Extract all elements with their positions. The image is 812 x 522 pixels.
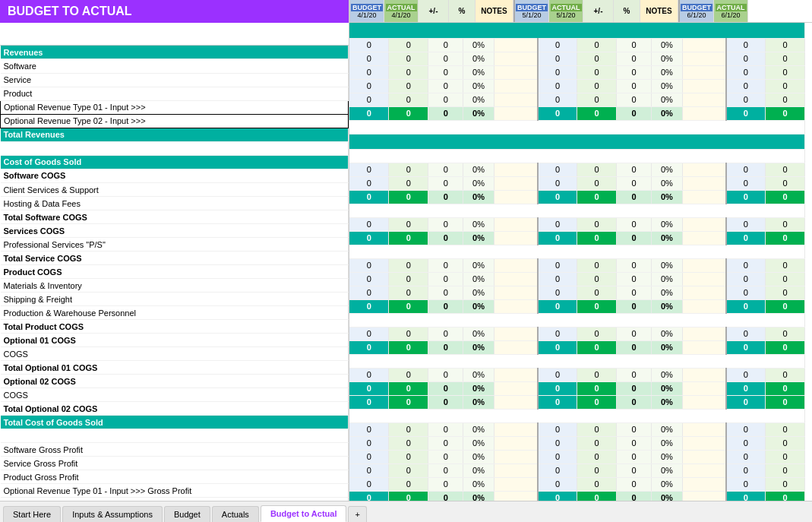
prod-data-row: 0000% 0000% 00 xyxy=(349,65,805,79)
total-revenues-row: Total Revenues xyxy=(1,128,349,141)
software-cogs-sub: Software COGS xyxy=(1,169,349,183)
revenues-section-header: Revenues xyxy=(1,46,349,59)
total-opt01-cogs-row: Total Optional 01 COGS xyxy=(1,361,349,375)
tab-actuals[interactable]: Actuals xyxy=(212,506,259,522)
prod2-data-row: 0000% 0000% 00 xyxy=(349,286,805,299)
opt02-rev-data-row: 0000% 0000% 00 xyxy=(349,93,805,106)
budget-header-3: BUDGET 6/1/20 xyxy=(680,0,714,22)
spacer-1 xyxy=(1,141,349,155)
actual-header-3: ACTUAL 6/1/20 xyxy=(714,0,748,22)
notes-header-2: NOTES xyxy=(640,0,678,22)
opt01-cogs-label: COGS xyxy=(1,347,349,361)
cogs-header-row: Cost of Goods Sold xyxy=(1,155,349,169)
prod-gp-row: Product Gross Profit xyxy=(1,470,349,484)
total-gp-data: 0000% 0000% 00 xyxy=(349,491,805,501)
opt-rev-01-row: Optional Revenue Type 01 - Input >>> xyxy=(1,100,349,114)
right-data-table: 0000% 0000% 00 0000% 0000% 00 0000% 0000… xyxy=(349,23,805,501)
add-tab-button[interactable]: + xyxy=(348,506,366,522)
total-opt01-cogs-data: 0000% 0000% 00 xyxy=(349,340,805,354)
total-opt02-cogs-label: Total Optional 02 COGS xyxy=(1,402,349,416)
col-group-2: BUDGET 5/1/20 ACTUAL 5/1/20 +/- % NOTES xyxy=(513,0,678,22)
total-opt01-cogs-label: Total Optional 01 COGS xyxy=(1,361,349,375)
cs-data-row: 0000% 0000% 00 xyxy=(349,163,805,176)
prod-gp-data-row: 0000% 0000% 00 xyxy=(349,450,805,463)
software-cogs-subheader: Software COGS xyxy=(1,169,349,183)
total-cogs-row: Total Cost of Goods Sold xyxy=(1,416,349,429)
tab-budget[interactable]: Budget xyxy=(164,506,210,522)
shipping-label: Shipping & Freight xyxy=(1,293,349,306)
column-headers: BUDGET 4/1/20 ACTUAL 4/1/20 +/- % NOTES … xyxy=(349,0,812,23)
opt01-cogs-row: COGS xyxy=(1,347,349,361)
svc-cogs-sub-right xyxy=(349,204,805,217)
product-cogs-sub: Product COGS xyxy=(1,265,349,279)
opt02-cogs-sub: Optional 02 COGS xyxy=(1,375,349,388)
opt01-cogs-sub: Optional 01 COGS xyxy=(1,334,349,347)
shipping-row: Shipping & Freight xyxy=(1,293,349,306)
opt01-cogs-data-row: 0000% 0000% 00 xyxy=(349,327,805,340)
svc-gp-data-row: 0000% 0000% 00 xyxy=(349,436,805,450)
services-cogs-subheader: Services COGS xyxy=(1,224,349,238)
total-revenues-label: Total Revenues xyxy=(1,128,349,141)
total-product-cogs-label: Total Product COGS xyxy=(1,320,349,334)
tab-budget-to-actual[interactable]: Budget to Actual xyxy=(261,505,347,522)
percent-header-1: % xyxy=(449,0,476,22)
production-label: Production & Warehouse Personnel xyxy=(1,306,349,320)
total-product-cogs-row: Total Product COGS xyxy=(1,320,349,334)
total-software-cogs-row: Total Software COGS xyxy=(1,210,349,224)
cogs-section-header: Cost of Goods Sold xyxy=(1,156,349,169)
total-rev-data-row: 0000% 0000% 00 xyxy=(349,106,805,120)
opt02-cogs-subheader: Optional 02 COGS xyxy=(1,375,349,388)
opt01-rev-data-row: 0000% 0000% 00 xyxy=(349,79,805,93)
left-panel: BUDGET TO ACTUAL Revenues Software Servi… xyxy=(0,0,349,501)
sw-data-row: 0000% 0000% 00 xyxy=(349,38,805,52)
hosting-row: Hosting & Data Fees xyxy=(1,197,349,210)
client-services-label: Client Services & Support xyxy=(1,183,349,197)
opt01-cogs-subheader: Optional 01 COGS xyxy=(1,334,349,347)
total-software-cogs-label: Total Software COGS xyxy=(1,210,349,224)
svc-gp-row: Service Gross Profit xyxy=(1,457,349,470)
services-cogs-sub: Services COGS xyxy=(1,224,349,238)
revenues-header-row: Revenues xyxy=(1,46,349,59)
total-opt02-cogs-row: Total Optional 02 COGS xyxy=(1,402,349,416)
opt02-cogs-row: COGS xyxy=(1,388,349,402)
left-data-table: Revenues Software Service Product Option… xyxy=(0,46,349,501)
tab-start-here[interactable]: Start Here xyxy=(3,506,61,522)
sw-gp-data-row: 0000% 0000% 00 xyxy=(349,422,805,436)
ps-data-row: 0000% 0000% 00 xyxy=(349,217,805,231)
spacer-right-2 xyxy=(349,409,805,422)
left-header-spacer xyxy=(0,23,349,46)
opt02-cogs-data-row: 0000% 0000% 00 xyxy=(349,368,805,381)
prof-services-row: Professional Services "P/S" xyxy=(1,238,349,252)
right-panel[interactable]: BUDGET 4/1/20 ACTUAL 4/1/20 +/- % NOTES … xyxy=(349,0,812,501)
total-cogs-label: Total Cost of Goods Sold xyxy=(1,416,349,429)
prod-gp-label: Product Gross Profit xyxy=(1,470,349,484)
tab-inputs-assumptions[interactable]: Inputs & Assumptions xyxy=(62,506,163,522)
col-group-3: BUDGET 6/1/20 ACTUAL 6/1/20 xyxy=(678,0,748,22)
prod-cogs-sub-right xyxy=(349,245,805,258)
main-area: BUDGET TO ACTUAL Revenues Software Servi… xyxy=(0,0,812,501)
actual-header-1: ACTUAL 4/1/20 xyxy=(384,0,419,22)
opt01-gp-data-row: 0000% 0000% 00 xyxy=(349,463,805,477)
opt01-cogs-sub-right xyxy=(349,313,805,327)
total-prod-cogs-data: 0000% 0000% 00 xyxy=(349,299,805,313)
notes-header-1: NOTES xyxy=(476,0,513,22)
service-row: Service xyxy=(1,73,349,87)
opt02-gp-data-row: 0000% 0000% 00 xyxy=(349,477,805,491)
actual-header-2: ACTUAL 5/1/20 xyxy=(549,0,583,22)
opt02-cogs-label: COGS xyxy=(1,388,349,402)
page-title: BUDGET TO ACTUAL xyxy=(0,0,349,23)
cogs-header-right xyxy=(349,134,805,149)
software-row: Software xyxy=(1,59,349,73)
total-svc-cogs-data: 0000% 0000% 00 xyxy=(349,231,805,245)
budget-header-1: BUDGET 4/1/20 xyxy=(350,0,384,22)
spacer-right-1 xyxy=(349,120,805,134)
opt-rev-01-label: Optional Revenue Type 01 - Input >>> xyxy=(1,100,349,114)
opt-rev-02-label: Optional Revenue Type 02 - Input >>> xyxy=(1,114,349,128)
svc-gp-label: Service Gross Profit xyxy=(1,457,349,470)
percent-header-2: % xyxy=(614,0,640,22)
total-cogs-data: 0000% 0000% 00 xyxy=(349,395,805,409)
sw-gp-row: Software Gross Profit xyxy=(1,443,349,457)
opt01-gp-row: Optional Revenue Type 01 - Input >>> Gro… xyxy=(1,484,349,498)
sw-gp-label: Software Gross Profit xyxy=(1,443,349,457)
total-opt02-cogs-data: 0000% 0000% 00 xyxy=(349,381,805,395)
